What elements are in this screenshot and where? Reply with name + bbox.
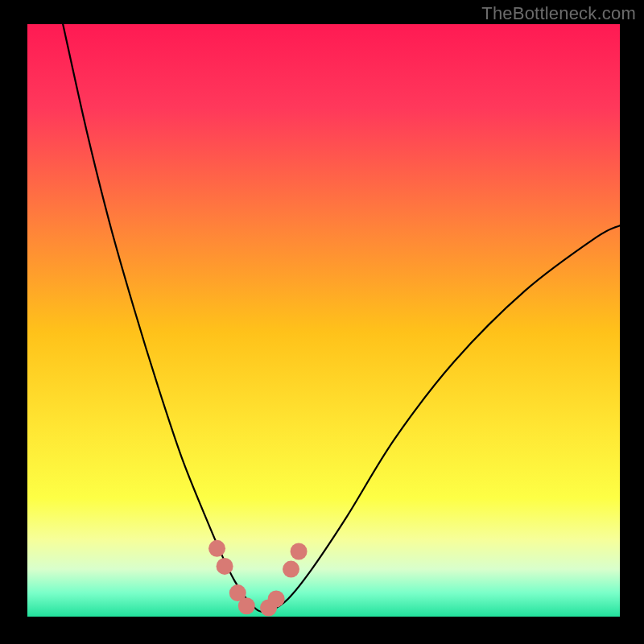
highlight-dot	[238, 597, 255, 614]
highlight-dot	[283, 561, 299, 578]
bottleneck-chart	[0, 0, 644, 644]
highlight-dot	[217, 558, 233, 575]
highlight-dot	[268, 590, 285, 607]
highlight-dot	[291, 543, 308, 560]
chart-frame: TheBottleneck.com	[0, 0, 644, 644]
watermark-text: TheBottleneck.com	[481, 3, 636, 24]
plot-background	[27, 24, 620, 617]
highlight-dot	[208, 540, 225, 557]
